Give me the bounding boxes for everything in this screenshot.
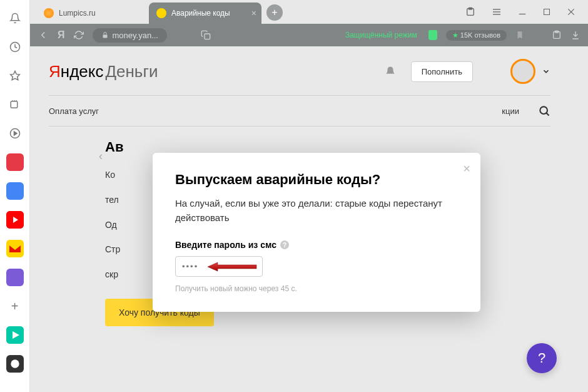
svg-rect-17 (544, 9, 550, 15)
maximize-icon[interactable] (543, 8, 550, 16)
add-tile-icon[interactable]: + (6, 297, 24, 315)
app-tile-media[interactable] (6, 326, 24, 344)
minimize-icon[interactable] (518, 8, 527, 16)
yandex-money-logo[interactable]: ЯндексДеньги (49, 62, 158, 81)
tab-label: Аварийные коды (171, 9, 230, 18)
collections-icon[interactable] (6, 96, 24, 113)
tab-emergency-codes[interactable]: Аварийные коды × (149, 3, 261, 24)
app-tile-mail[interactable] (6, 240, 24, 257)
svg-rect-21 (205, 34, 210, 39)
confirmation-modal: × Выпускаем аварийные коды? На случай, е… (153, 153, 480, 312)
window-controls (465, 0, 588, 24)
app-tile-youtube[interactable] (6, 211, 24, 229)
modal-description: На случай, если вы уже это делали: стары… (175, 197, 458, 225)
app-tile-wallet[interactable] (6, 269, 24, 286)
svg-rect-2 (11, 101, 18, 108)
back-icon[interactable] (38, 29, 49, 41)
help-icon[interactable]: ? (280, 240, 289, 249)
avatar[interactable] (510, 59, 535, 84)
copy-icon[interactable] (201, 30, 211, 40)
nav-payments[interactable]: Оплата услуг (49, 106, 99, 116)
app-tile-docs[interactable] (6, 182, 24, 200)
help-fab[interactable]: ? (527, 343, 557, 373)
bell-icon[interactable] (6, 9, 24, 27)
site-nav: Оплата услуг кции (49, 95, 550, 126)
tab-label: Lumpics.ru (59, 9, 96, 18)
svg-marker-4 (14, 132, 17, 135)
new-tab-button[interactable]: + (266, 4, 283, 21)
app-tile-ivi[interactable] (6, 153, 24, 171)
favicon-icon (44, 8, 54, 18)
logo-ndx: ндекс (61, 62, 104, 81)
reload-icon[interactable] (74, 30, 84, 40)
page-content: ЯндексДеньги Пополнить Оплата услуг кции (30, 46, 588, 392)
star-icon[interactable] (6, 67, 24, 85)
sms-password-input[interactable] (175, 256, 263, 277)
search-icon[interactable] (538, 105, 550, 117)
back-chevron-icon[interactable]: ‹ (99, 150, 103, 163)
tab-bar: Lumpics.ru Аварийные коды × + (30, 0, 588, 24)
svg-point-24 (540, 106, 547, 114)
logo-ya: Я (49, 62, 61, 81)
main-area: Lumpics.ru Аварийные коды × + Я (30, 0, 588, 392)
extensions-icon[interactable] (465, 7, 475, 17)
star-icon: ★ (452, 31, 459, 39)
shield-icon[interactable] (428, 30, 437, 40)
tab-lumpics[interactable]: Lumpics.ru (36, 3, 149, 24)
url-field[interactable]: money.yan... (93, 28, 167, 43)
address-bar: Я money.yan... Защищённый режим ★15K отз… (30, 24, 588, 46)
modal-hint: Получить новый можно через 45 с. (175, 284, 458, 293)
modal-input-label: Введите пароль из смс ? (175, 240, 458, 250)
menu-icon[interactable] (492, 7, 502, 17)
logo-money: Деньги (105, 62, 158, 81)
svg-rect-7 (6, 240, 24, 257)
app-tile-alice[interactable] (6, 355, 24, 373)
svg-rect-20 (103, 35, 107, 38)
yandex-icon[interactable]: Я (58, 29, 65, 41)
svg-line-25 (546, 113, 549, 115)
nav-promotions[interactable]: кции (502, 106, 519, 116)
svg-point-10 (11, 359, 19, 368)
window-close-icon[interactable] (567, 8, 575, 16)
lock-icon (101, 31, 109, 39)
reviews-text: 15K отзывов (460, 31, 500, 39)
site-header: ЯндексДеньги Пополнить (49, 59, 550, 84)
extensions-bar-icon[interactable] (552, 30, 562, 40)
modal-title: Выпускаем аварийные коды? (175, 172, 458, 188)
secure-mode-label: Защищённый режим (345, 31, 417, 39)
close-icon[interactable]: × (463, 162, 470, 176)
topup-button[interactable]: Пополнить (411, 61, 473, 82)
svg-marker-1 (10, 71, 19, 80)
reviews-badge[interactable]: ★15K отзывов (446, 30, 507, 41)
favicon-icon (156, 8, 166, 18)
browser-sidebar: + (0, 0, 30, 392)
bookmark-icon[interactable] (515, 31, 524, 39)
play-icon[interactable] (6, 125, 24, 142)
clock-icon[interactable] (6, 38, 24, 56)
chevron-down-icon[interactable] (542, 67, 550, 76)
close-icon[interactable]: × (251, 8, 256, 18)
notifications-icon[interactable] (385, 66, 396, 77)
url-text: money.yan... (113, 31, 158, 40)
download-icon[interactable] (570, 30, 580, 40)
